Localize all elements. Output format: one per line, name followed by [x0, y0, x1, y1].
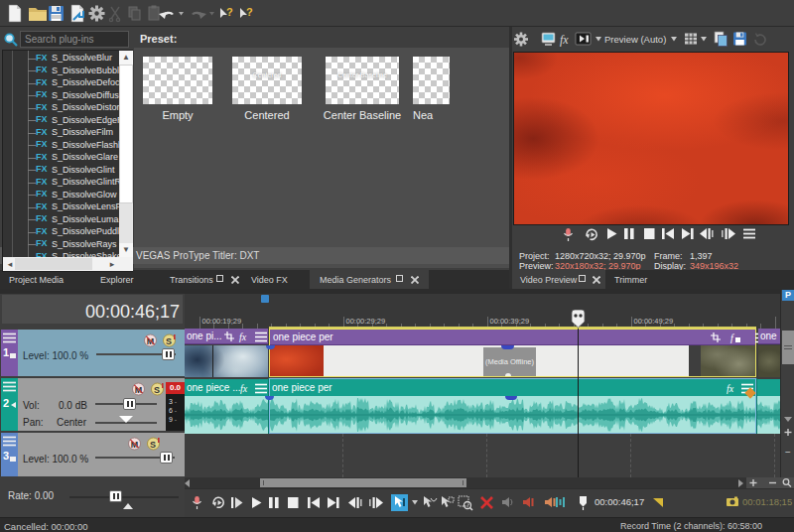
svg-text:S: S	[150, 440, 156, 450]
svg-text:fx: fx	[560, 33, 569, 47]
svg-text:fx: fx	[240, 383, 248, 394]
svg-text:?: ?	[246, 6, 253, 18]
svg-text:00:01:18;15: 00:01:18;15	[742, 496, 792, 507]
svg-text:fx: fx	[239, 332, 247, 342]
svg-text:Preview (Auto): Preview (Auto)	[604, 34, 666, 45]
svg-text:f: f	[730, 332, 734, 343]
svg-text:S: S	[154, 385, 160, 395]
svg-text:00:00:46;17: 00:00:46;17	[595, 496, 644, 507]
svg-text:S: S	[166, 336, 172, 346]
svg-text:?: ?	[226, 6, 233, 18]
